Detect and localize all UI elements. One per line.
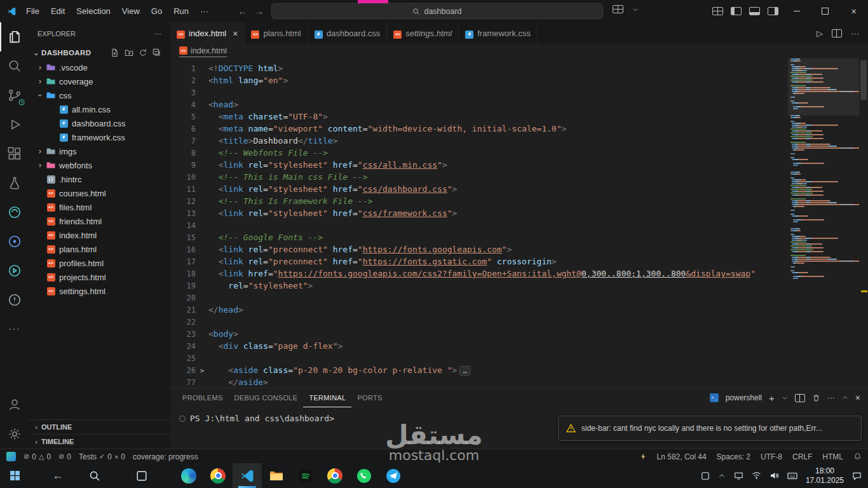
start-button[interactable] <box>0 463 29 488</box>
terminal-dropdown-icon[interactable] <box>782 395 788 401</box>
scrollbar-thumb[interactable] <box>860 60 867 100</box>
nav-back-icon[interactable]: ← <box>238 0 247 22</box>
settings-gear-icon[interactable] <box>0 419 29 449</box>
outline-section[interactable]: ›OUTLINE <box>29 419 170 434</box>
tree-item-profiles.html[interactable]: <>profiles.html <box>29 256 170 270</box>
kill-terminal-icon[interactable] <box>812 394 820 402</box>
taskbar-clock[interactable]: 18:00 17.01.2025 <box>806 466 844 485</box>
app-icon-chrome[interactable] <box>203 463 233 488</box>
app-icon-chrome-2[interactable] <box>320 463 349 488</box>
language-mode[interactable]: HTML <box>822 452 843 461</box>
tray-display-icon[interactable] <box>734 471 743 480</box>
tray-wifi-icon[interactable] <box>752 471 761 480</box>
tree-item-framework.css[interactable]: #framework.css <box>29 130 170 144</box>
tree-item-index.html[interactable]: <>index.html <box>29 228 170 242</box>
timeline-section[interactable]: ›TIMELINE <box>29 434 170 449</box>
tree-item-webfonts[interactable]: ›webfonts <box>29 158 170 172</box>
app-icon-spotify[interactable] <box>291 463 320 488</box>
new-folder-icon[interactable] <box>125 48 133 57</box>
problems-status[interactable]: ⊘0 △0 <box>24 452 51 461</box>
toggle-panel-icon[interactable] <box>749 7 760 15</box>
layout-grid-icon[interactable] <box>613 5 623 13</box>
eol[interactable]: CRLF <box>792 452 812 461</box>
extension-circle-icon-3[interactable] <box>0 256 29 285</box>
taskbar-arrow-app-icon[interactable]: ← <box>43 463 72 488</box>
taskbar-search-button[interactable] <box>80 463 109 488</box>
notification-toast[interactable]: side-bar: cant find nyc locally and ther… <box>558 416 862 441</box>
extension-circle-icon-2[interactable] <box>0 227 29 256</box>
editor-more-icon[interactable]: ··· <box>851 29 859 38</box>
tree-item-imgs[interactable]: ›imgs <box>29 144 170 158</box>
run-debug-icon[interactable] <box>0 110 29 139</box>
menu-run[interactable]: Run <box>168 0 194 22</box>
panel-more-icon[interactable]: ··· <box>827 393 835 402</box>
new-terminal-icon[interactable]: + <box>769 393 775 403</box>
chevron-down-icon[interactable] <box>632 6 639 13</box>
tree-item-courses.html[interactable]: <>courses.html <box>29 186 170 200</box>
indentation[interactable]: Spaces: 2 <box>717 452 750 461</box>
panel-maximize-icon[interactable] <box>842 395 848 401</box>
fold-collapsed-icon[interactable]: > <box>196 365 208 377</box>
tray-volume-icon[interactable] <box>770 471 779 480</box>
panel-close-icon[interactable]: × <box>855 393 860 403</box>
tray-keyboard-icon[interactable] <box>787 472 797 480</box>
search-sidebar-icon[interactable] <box>0 51 29 81</box>
notifications-bell-icon[interactable] <box>853 452 862 461</box>
tree-item-dashboard.css[interactable]: #dashboard.css <box>29 116 170 130</box>
explorer-more-icon[interactable]: ··· <box>154 30 161 37</box>
panel-tab-debug-console[interactable]: DEBUG CONSOLE <box>229 388 304 407</box>
source-control-icon[interactable] <box>0 81 29 110</box>
tab-framework.css[interactable]: #framework.css <box>459 22 538 44</box>
menu-view[interactable]: View <box>116 0 146 22</box>
menu-overflow[interactable]: ··· <box>194 0 214 22</box>
menu-edit[interactable]: Edit <box>45 0 71 22</box>
tab-index.html[interactable]: <>index.html× <box>170 22 245 44</box>
status-extra-icon[interactable] <box>640 452 647 461</box>
remote-indicator-icon[interactable] <box>6 452 16 461</box>
task-view-button[interactable] <box>127 463 156 488</box>
testing-icon[interactable] <box>0 168 29 198</box>
panel-tab-ports[interactable]: PORTS <box>351 388 388 407</box>
account-icon[interactable] <box>0 390 29 419</box>
explorer-icon[interactable] <box>0 22 29 51</box>
app-icon-edge[interactable] <box>174 463 203 488</box>
close-tab-icon[interactable]: × <box>233 29 238 39</box>
ports-status[interactable]: ⊘0 <box>58 452 71 461</box>
tree-item-.vscode[interactable]: ›.vscode <box>29 60 170 74</box>
encoding[interactable]: UTF-8 <box>761 452 782 461</box>
breadcrumb-item[interactable]: <> index.html <box>179 46 227 57</box>
tree-item-projects.html[interactable]: <>projects.html <box>29 270 170 284</box>
collapse-all-icon[interactable] <box>153 48 161 57</box>
app-icon-whatsapp[interactable] <box>349 463 379 488</box>
tree-item-css[interactable]: ›css <box>29 88 170 102</box>
tree-item-settings.html[interactable]: <>settings.html <box>29 284 170 298</box>
app-icon-vscode[interactable] <box>233 463 262 488</box>
menu-file[interactable]: File <box>20 0 45 22</box>
menu-go[interactable]: Go <box>146 0 168 22</box>
split-editor-icon[interactable] <box>832 29 842 37</box>
new-file-icon[interactable] <box>111 48 119 57</box>
nav-forward-icon[interactable]: → <box>254 0 264 22</box>
tab-dashboard.css[interactable]: #dashboard.css <box>308 22 388 44</box>
minimize-button[interactable] <box>782 0 811 22</box>
refresh-icon[interactable] <box>139 48 147 57</box>
run-preview-icon[interactable]: ▷ <box>817 29 823 38</box>
minimap-slider[interactable] <box>788 58 859 116</box>
code-editor[interactable]: 1<!DOCTYPE html>2<html lang="en">34<head… <box>170 58 868 388</box>
extension-circle-icon-4[interactable] <box>0 285 29 315</box>
tree-item-.hintrc[interactable]: {}.hintrc <box>29 172 170 186</box>
coverage-status[interactable]: coverage: progress <box>133 452 198 461</box>
tab-settings.html[interactable]: <>settings.html <box>387 22 459 44</box>
toggle-sidebar-icon[interactable] <box>731 7 742 15</box>
search-input[interactable]: dashboard <box>271 3 603 19</box>
tree-item-plans.html[interactable]: <>plans.html <box>29 242 170 256</box>
cursor-position[interactable]: Ln 582, Col 44 <box>657 452 707 461</box>
hidden-icons-chevron[interactable] <box>718 472 726 480</box>
toggle-secondary-sidebar-icon[interactable] <box>768 7 778 15</box>
more-views-icon[interactable]: ··· <box>0 315 29 344</box>
app-icon-telegram[interactable] <box>379 463 408 488</box>
panel-tab-problems[interactable]: PROBLEMS <box>177 388 229 407</box>
extension-circle-icon-1[interactable] <box>0 198 29 227</box>
notification-center-icon[interactable] <box>852 471 862 480</box>
explorer-section-header[interactable]: ⌄ DASHBOARD <box>29 45 170 60</box>
